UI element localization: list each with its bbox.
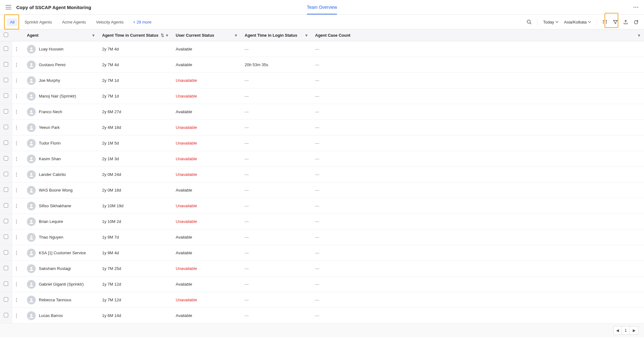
row-checkbox[interactable] bbox=[4, 266, 8, 270]
svg-point-54 bbox=[16, 238, 17, 239]
filter-tab-acme[interactable]: Acme Agents bbox=[59, 18, 89, 26]
agent-name: Lander Cabrito bbox=[39, 172, 66, 177]
agent-name: Sifiso Sikhakhane bbox=[39, 203, 71, 208]
time-in-status: 1y 6M 14d bbox=[102, 313, 121, 318]
row-checkbox[interactable] bbox=[4, 187, 8, 192]
agent-name: Thao Nguyen bbox=[39, 235, 63, 240]
page-prev-button[interactable]: ◀ bbox=[614, 326, 622, 335]
date-selector[interactable]: Today bbox=[543, 20, 558, 24]
row-checkbox[interactable] bbox=[4, 156, 8, 161]
row-actions-icon[interactable] bbox=[12, 135, 23, 151]
filter-dropdown-icon[interactable]: ▾ bbox=[166, 33, 168, 38]
row-checkbox[interactable] bbox=[4, 250, 8, 255]
row-actions-icon[interactable] bbox=[12, 245, 23, 261]
row-checkbox[interactable] bbox=[4, 140, 8, 145]
filter-dropdown-icon[interactable]: ▾ bbox=[235, 33, 237, 38]
login-time: — bbox=[245, 282, 249, 287]
time-in-status: 1y 10M 19d bbox=[102, 203, 123, 208]
table-row[interactable]: Lander Cabrito 2y 0M 24d Unavailable — — bbox=[0, 167, 644, 182]
row-actions-icon[interactable] bbox=[12, 104, 23, 120]
avatar bbox=[27, 280, 36, 289]
table-row[interactable]: Kasim Shan 2y 1M 3d Unavailable — — bbox=[0, 151, 644, 167]
case-count: — bbox=[315, 109, 319, 114]
row-actions-icon[interactable] bbox=[12, 57, 23, 73]
filter-tab-sprinklr[interactable]: Sprinklr Agents bbox=[21, 18, 55, 26]
table-row[interactable]: Gustavo Perez 2y 7M 4d Available 20h 53m… bbox=[0, 57, 644, 73]
header-checkbox[interactable] bbox=[0, 29, 12, 41]
row-actions-icon[interactable] bbox=[12, 182, 23, 198]
row-actions-icon[interactable] bbox=[12, 229, 23, 245]
agent-name: Saksham Rustagi bbox=[39, 266, 71, 271]
row-checkbox[interactable] bbox=[4, 203, 8, 208]
filter-more-link[interactable]: + 29 more bbox=[131, 20, 152, 24]
user-status: Available bbox=[176, 47, 192, 51]
hamburger-icon[interactable] bbox=[6, 5, 11, 9]
row-checkbox[interactable] bbox=[4, 313, 8, 317]
table-row[interactable]: Manoj Nair (Sprinklr) 2y 7M 1d Unavailab… bbox=[0, 88, 644, 104]
time-in-status: 2y 7M 1d bbox=[102, 94, 119, 98]
time-in-status: 2y 0M 24d bbox=[102, 172, 121, 177]
tab-team-overview[interactable]: Team Overview bbox=[307, 0, 337, 14]
table-row[interactable]: Yeeun Park 2y 4M 18d Unavailable — — bbox=[0, 120, 644, 135]
row-actions-icon[interactable] bbox=[12, 292, 23, 308]
table-row[interactable]: Luay Hussein 2y 7M 4d Available — — bbox=[0, 41, 644, 57]
header-time-status[interactable]: Agent Time in Current Status ⇅▾ bbox=[98, 29, 172, 41]
timezone-selector[interactable]: Asia/Kolkata bbox=[564, 20, 591, 24]
filter-icon[interactable] bbox=[613, 20, 618, 24]
filter-dropdown-icon[interactable]: ▾ bbox=[638, 33, 640, 38]
row-checkbox[interactable] bbox=[4, 282, 8, 286]
row-actions-icon[interactable] bbox=[12, 88, 23, 104]
row-checkbox[interactable] bbox=[4, 78, 8, 82]
row-checkbox[interactable] bbox=[4, 219, 8, 223]
row-actions-icon[interactable] bbox=[12, 277, 23, 292]
svg-point-75 bbox=[30, 314, 32, 316]
row-checkbox[interactable] bbox=[4, 93, 8, 98]
export-icon[interactable] bbox=[623, 20, 628, 24]
refresh-icon[interactable] bbox=[634, 20, 638, 24]
table-row[interactable]: Tudor Florin 2y 1M 5d Unavailable — — bbox=[0, 135, 644, 151]
columns-icon[interactable] bbox=[603, 20, 607, 24]
table-row[interactable]: Gabriel Giganti (Sprinklr) 1y 7M 12d Ava… bbox=[0, 277, 644, 292]
table-row[interactable]: Joe Murphy 2y 7M 1d Unavailable — — bbox=[0, 73, 644, 88]
page-next-button[interactable]: ▶ bbox=[630, 326, 638, 335]
row-checkbox[interactable] bbox=[4, 62, 8, 66]
row-actions-icon[interactable] bbox=[12, 41, 23, 57]
table-row[interactable]: Thao Nguyen 1y 9M 7d Available — — bbox=[0, 229, 644, 245]
table-row[interactable]: Rebecca Tannous 1y 7M 12d Unavailable — … bbox=[0, 292, 644, 308]
more-menu-icon[interactable] bbox=[633, 7, 638, 8]
row-checkbox[interactable] bbox=[4, 109, 8, 113]
header-case-count[interactable]: Agent Case Count ▾ bbox=[311, 29, 644, 41]
filter-dropdown-icon[interactable]: ▾ bbox=[92, 33, 95, 38]
row-actions-icon[interactable] bbox=[12, 261, 23, 277]
table-row[interactable]: Franco Nech 2y 6M 27d Available — — bbox=[0, 104, 644, 120]
row-checkbox[interactable] bbox=[4, 297, 8, 302]
sort-icon[interactable]: ⇅ bbox=[161, 33, 164, 38]
svg-point-19 bbox=[30, 94, 32, 96]
row-checkbox[interactable] bbox=[4, 172, 8, 176]
search-icon[interactable] bbox=[527, 19, 532, 24]
login-time: — bbox=[245, 156, 249, 161]
filter-tab-velocity[interactable]: Velocity Agents bbox=[93, 18, 127, 26]
row-checkbox[interactable] bbox=[4, 235, 8, 239]
row-checkbox[interactable] bbox=[4, 46, 8, 51]
header-agent[interactable]: Agent ▾ bbox=[23, 29, 98, 41]
row-actions-icon[interactable] bbox=[12, 308, 23, 324]
table-row[interactable]: Sifiso Sikhakhane 1y 10M 19d Unavailable… bbox=[0, 198, 644, 214]
header-user-status[interactable]: User Current Status ▾ bbox=[172, 29, 241, 41]
row-actions-icon[interactable] bbox=[12, 151, 23, 167]
table-row[interactable]: WAS Boone Wong 2y 0M 18d Available — — bbox=[0, 182, 644, 198]
filter-tab-all[interactable]: All bbox=[7, 18, 18, 26]
row-actions-icon[interactable] bbox=[12, 198, 23, 214]
header-login-status[interactable]: Agent Time in Login Status ▾ bbox=[241, 29, 311, 41]
row-actions-icon[interactable] bbox=[12, 167, 23, 182]
table-row[interactable]: Lucas Barros 1y 6M 14d Available — — bbox=[0, 308, 644, 324]
filter-dropdown-icon[interactable]: ▾ bbox=[305, 33, 308, 38]
row-actions-icon[interactable] bbox=[12, 73, 23, 88]
row-actions-icon[interactable] bbox=[12, 214, 23, 229]
table-row[interactable]: Brian Lequire 1y 10M 2d Unavailable — — bbox=[0, 214, 644, 229]
table-row[interactable]: KSA [1] Customer Service 1y 9M 4d Availa… bbox=[0, 245, 644, 261]
select-all-checkbox[interactable] bbox=[4, 33, 8, 37]
row-actions-icon[interactable] bbox=[12, 120, 23, 135]
table-row[interactable]: Saksham Rustagi 1y 7M 25d Unavailable — … bbox=[0, 261, 644, 277]
row-checkbox[interactable] bbox=[4, 125, 8, 129]
